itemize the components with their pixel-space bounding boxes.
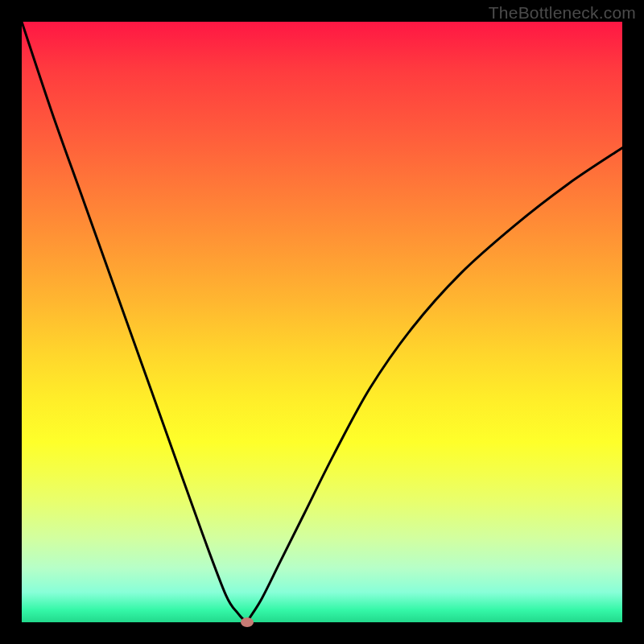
optimal-point-marker [241,617,254,627]
watermark-text: TheBottleneck.com [489,3,636,23]
chart-plot-area [22,22,622,622]
bottleneck-curve [22,22,622,622]
